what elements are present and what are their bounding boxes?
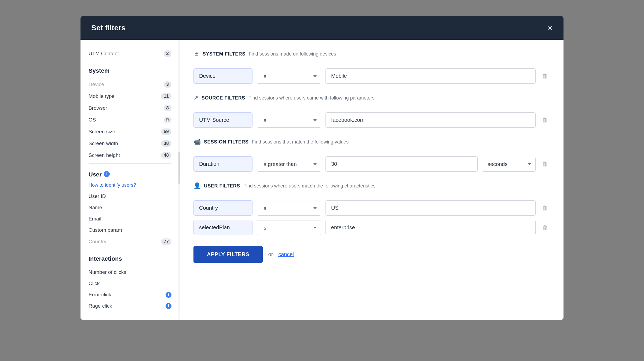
sidebar-divider-user xyxy=(89,163,171,164)
utm-source-operator-select[interactable]: is is not contains xyxy=(257,113,321,128)
sidebar-item-label: Mobile type xyxy=(89,93,115,99)
cancel-button[interactable]: cancel xyxy=(278,251,294,257)
sidebar-item-country[interactable]: Country 77 xyxy=(89,236,171,248)
sidebar-item-browser[interactable]: Browser 8 xyxy=(89,102,171,114)
sidebar-badge-country: 77 xyxy=(161,238,171,245)
info-icon-rage-click: i xyxy=(166,303,171,309)
info-icon: i xyxy=(104,171,110,177)
scrollbar-divider xyxy=(180,40,180,320)
session-filter-section: 📹 SESSION FILTERS Find sessions that mat… xyxy=(193,138,550,172)
sidebar-item-label: Screen size xyxy=(89,129,115,135)
sidebar-section-user: User xyxy=(89,171,102,178)
delete-selected-plan-filter-button[interactable]: 🗑 xyxy=(540,222,550,233)
actions-row: APPLY FILTERS or cancel xyxy=(193,246,550,263)
modal-body: UTM Content 2 System Device 3 Mobile typ… xyxy=(80,40,564,320)
selected-plan-value-input[interactable] xyxy=(325,220,536,235)
sidebar-item-rage-click[interactable]: Rage click i xyxy=(89,300,171,312)
delete-country-filter-button[interactable]: 🗑 xyxy=(540,202,550,214)
sidebar-item-user-id[interactable]: User ID xyxy=(89,191,171,202)
source-filter-title: SOURCE FILTERS xyxy=(202,95,245,101)
country-value-input[interactable] xyxy=(325,200,536,216)
sidebar-item-label: User ID xyxy=(89,193,106,199)
sidebar-divider xyxy=(89,62,171,62)
device-filter-label: Device xyxy=(193,68,253,84)
sidebar-item-screen-size[interactable]: Screen size 59 xyxy=(89,126,171,138)
sidebar-badge-device: 3 xyxy=(164,81,171,88)
system-filter-title: SYSTEM FILTERS xyxy=(203,51,246,57)
sidebar-item-label: Rage click xyxy=(89,303,112,309)
delete-device-filter-button[interactable]: 🗑 xyxy=(540,71,550,82)
sidebar-item-error-click[interactable]: Error click i xyxy=(89,289,171,300)
sidebar-item-screen-height[interactable]: Screen height 48 xyxy=(89,149,171,161)
sidebar-badge-screen-width: 38 xyxy=(161,140,171,147)
delete-duration-filter-button[interactable]: 🗑 xyxy=(540,159,550,170)
sidebar-item-number-of-clicks[interactable]: Number of clicks xyxy=(89,267,171,278)
duration-filter-label: Duration xyxy=(193,156,253,172)
sidebar-item-label: Name xyxy=(89,205,102,211)
or-text: or xyxy=(268,251,273,257)
scrollbar-thumb[interactable] xyxy=(178,152,180,184)
sidebar-item-label: Custom param xyxy=(89,227,122,233)
session-filter-title: SESSION FILTERS xyxy=(204,139,248,145)
duration-operator-select[interactable]: is greater than is less than is equal to xyxy=(257,157,321,172)
user-filter-section: 👤 USER FILTERS Find sessions where users… xyxy=(193,182,550,235)
sidebar-item-click[interactable]: Click xyxy=(89,278,171,289)
system-filter-desc: Find sessions made on following devices xyxy=(249,51,336,57)
modal-header: Set filters × xyxy=(80,16,564,40)
source-filter-header: ↗ SOURCE FILTERS Find sessions where use… xyxy=(193,94,550,106)
video-icon: 📹 xyxy=(193,138,201,145)
sidebar-item-label: Number of clicks xyxy=(89,269,126,275)
apply-filters-button[interactable]: APPLY FILTERS xyxy=(193,246,263,263)
duration-unit-select[interactable]: seconds minutes xyxy=(482,157,536,172)
sidebar-item-name[interactable]: Name xyxy=(89,202,171,213)
device-operator-select[interactable]: is is not xyxy=(257,69,321,84)
duration-value-input[interactable] xyxy=(325,156,478,172)
selected-plan-filter-row: selectedPlan is is not contains 🗑 xyxy=(193,220,550,235)
sidebar-item-mobile-type[interactable]: Mobile type 11 xyxy=(89,90,171,102)
system-filter-section: 🖥 SYSTEM FILTERS Find sessions made on f… xyxy=(193,50,550,84)
user-icon: 👤 xyxy=(193,182,201,189)
info-icon-error-click: i xyxy=(166,292,171,298)
modal-title: Set filters xyxy=(91,24,126,32)
sidebar-item-email[interactable]: Email xyxy=(89,213,171,224)
sidebar-item-label: UTM Content xyxy=(89,51,119,57)
country-filter-label: Country xyxy=(193,200,253,216)
modal-overlay: Set filters × UTM Content 2 System Devic… xyxy=(0,0,644,361)
source-filter-section: ↗ SOURCE FILTERS Find sessions where use… xyxy=(193,94,550,128)
system-filter-header: 🖥 SYSTEM FILTERS Find sessions made on f… xyxy=(193,50,550,62)
sidebar-item-os[interactable]: OS 9 xyxy=(89,114,171,126)
sidebar-item-label: Email xyxy=(89,216,101,222)
country-operator-select[interactable]: is is not xyxy=(257,201,321,216)
utm-source-value-input[interactable] xyxy=(325,112,536,128)
sidebar-item-screen-width[interactable]: Screen width 38 xyxy=(89,138,171,149)
sidebar-item-custom-param[interactable]: Custom param xyxy=(89,224,171,236)
user-filter-header: 👤 USER FILTERS Find sessions where users… xyxy=(193,182,550,194)
sidebar-item-label: Screen height xyxy=(89,152,120,158)
sidebar-section-interactions: Interactions xyxy=(89,255,171,262)
selected-plan-filter-label: selectedPlan xyxy=(193,220,253,235)
sidebar-item-label: Screen width xyxy=(89,141,118,146)
session-filter-header: 📹 SESSION FILTERS Find sessions that mat… xyxy=(193,138,550,150)
sidebar: UTM Content 2 System Device 3 Mobile typ… xyxy=(80,40,180,320)
selected-plan-operator-select[interactable]: is is not contains xyxy=(257,220,321,235)
source-icon: ↗ xyxy=(193,94,198,101)
device-filter-row: Device is is not 🗑 xyxy=(193,68,550,84)
set-filters-modal: Set filters × UTM Content 2 System Devic… xyxy=(80,16,564,320)
delete-utm-source-filter-button[interactable]: 🗑 xyxy=(540,115,550,126)
sidebar-badge-browser: 8 xyxy=(164,105,171,111)
user-section-row: User i xyxy=(89,166,171,182)
sidebar-item-label: OS xyxy=(89,117,96,123)
close-button[interactable]: × xyxy=(548,24,553,32)
sidebar-item-device[interactable]: Device 3 xyxy=(89,79,171,90)
sidebar-item-utm-content[interactable]: UTM Content 2 xyxy=(89,48,171,60)
duration-filter-row: Duration is greater than is less than is… xyxy=(193,156,550,172)
how-to-identify-link[interactable]: How to identify users? xyxy=(89,182,171,188)
device-value-input[interactable] xyxy=(325,68,536,84)
sidebar-badge-screen-height: 48 xyxy=(161,152,171,159)
sidebar-badge-os: 9 xyxy=(164,117,171,123)
country-filter-row: Country is is not 🗑 xyxy=(193,200,550,216)
scrollbar-track xyxy=(178,40,180,320)
sidebar-badge-utm-content: 2 xyxy=(164,50,171,57)
main-content: 🖥 SYSTEM FILTERS Find sessions made on f… xyxy=(180,40,564,320)
sidebar-section-system: System xyxy=(89,67,171,74)
